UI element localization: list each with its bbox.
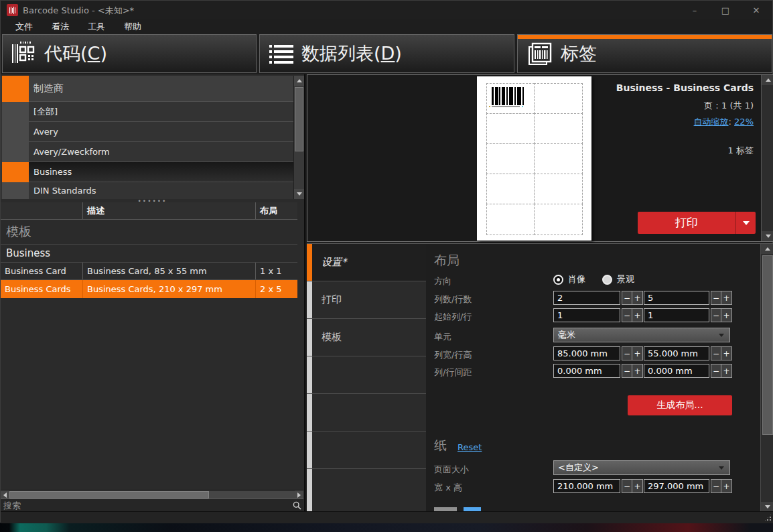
barcode-preview — [492, 87, 524, 105]
strip — [307, 469, 312, 512]
scrollbar-thumb[interactable] — [295, 87, 303, 151]
column-header-description[interactable]: 描述 — [83, 202, 256, 219]
increment-button[interactable]: + — [721, 308, 732, 322]
rows-stepper: 5 − + — [644, 291, 732, 305]
increment-button[interactable]: + — [721, 346, 732, 360]
start-row-input[interactable]: 1 — [644, 308, 709, 322]
increment-button[interactable]: + — [721, 479, 732, 493]
tab-code[interactable]: 代码(C) — [2, 34, 257, 73]
strip — [307, 431, 312, 468]
status-bar — [1, 511, 773, 523]
unit-dropdown[interactable]: 毫米 — [553, 328, 730, 342]
zoom-value-link[interactable]: 22% — [734, 117, 754, 127]
columns-input[interactable]: 2 — [553, 291, 620, 305]
paper-reset-link[interactable]: Reset — [458, 442, 482, 452]
print-dropdown-arrow[interactable] — [735, 212, 756, 234]
increment-button[interactable]: + — [632, 479, 643, 493]
portrait-label[interactable]: 肖像 — [568, 273, 585, 285]
landscape-radio[interactable] — [602, 275, 612, 285]
search-input[interactable] — [1, 501, 290, 511]
decrement-button[interactable]: − — [711, 364, 721, 378]
manufacturer-item-business-selected[interactable]: Business — [29, 162, 293, 182]
manufacturer-item-avery-zweckform[interactable]: Avery/Zweckform — [29, 142, 293, 162]
app-window: Barcode Studio - <未知>* – □ ✕ 文件 看法 工具 帮助 — [0, 0, 773, 523]
increment-button[interactable]: + — [632, 364, 643, 378]
scroll-up-icon[interactable] — [294, 76, 304, 86]
settings-tab-print[interactable]: 打印 — [307, 281, 426, 319]
decrement-button[interactable]: − — [622, 479, 632, 493]
gutter-selection-marker — [2, 162, 29, 182]
menu-file[interactable]: 文件 — [9, 19, 40, 34]
print-button-label[interactable]: 打印 — [638, 212, 735, 234]
column-header-layout[interactable]: 布局 — [256, 202, 297, 219]
horizontal-scrollbar[interactable] — [1, 490, 303, 498]
chevron-down-icon — [719, 334, 724, 337]
manufacturer-item-din[interactable]: DIN Standards — [29, 182, 293, 199]
column-header-name[interactable] — [1, 202, 83, 219]
menu-view[interactable]: 看法 — [45, 19, 76, 34]
landscape-label[interactable]: 景观 — [617, 273, 634, 285]
rows-input[interactable]: 5 — [644, 291, 709, 305]
resize-grip[interactable] — [764, 513, 772, 522]
cell-size-label: 列宽/行高 — [434, 349, 472, 361]
decrement-button[interactable]: − — [711, 479, 721, 493]
start-column-input[interactable]: 1 — [553, 308, 620, 322]
scrollbar-thumb[interactable] — [762, 255, 773, 435]
close-button[interactable]: ✕ — [744, 1, 768, 19]
scroll-down-icon[interactable] — [761, 502, 773, 512]
print-button[interactable]: 打印 — [638, 212, 756, 234]
cell-layout: 2 x 5 — [256, 280, 297, 298]
increment-button[interactable]: + — [632, 346, 643, 360]
decrement-button[interactable]: − — [622, 364, 632, 378]
menu-help[interactable]: 帮助 — [117, 19, 148, 34]
decrement-button[interactable]: − — [622, 308, 632, 322]
decrement-button[interactable]: − — [711, 346, 721, 360]
cell-width-input[interactable]: 85.000 mm — [553, 346, 620, 360]
increment-button[interactable]: + — [632, 291, 643, 305]
increment-button[interactable]: + — [632, 308, 643, 322]
settings-tab-setup[interactable]: 设置* — [307, 244, 426, 281]
scroll-down-icon[interactable] — [762, 231, 773, 241]
manufacturer-item-all[interactable]: [全部] — [29, 102, 293, 122]
columns-stepper: 2 − + — [553, 291, 643, 305]
search-icon[interactable] — [290, 501, 303, 510]
manufacturer-scrollbar[interactable] — [293, 76, 304, 199]
table-subgroup-business[interactable]: Business — [1, 245, 297, 263]
hscrollbar-thumb[interactable] — [9, 491, 209, 498]
settings-scrollbar[interactable] — [760, 244, 773, 512]
hscrollbar-segment — [209, 491, 295, 498]
label-settings-panel: 设置* 打印 模板 布局 方向 肖像 景观 列数/行数 2 − + — [307, 243, 773, 511]
column-gap-input[interactable]: 0.000 mm — [553, 364, 620, 378]
increment-button[interactable]: + — [721, 291, 732, 305]
page-width-input[interactable]: 210.000 mm — [553, 479, 620, 493]
manufacturer-item-avery[interactable]: Avery — [29, 122, 293, 142]
scroll-up-icon[interactable] — [761, 244, 773, 254]
table-row[interactable]: Business Card Business Card, 85 x 55 mm … — [1, 263, 297, 280]
page-size-dropdown[interactable]: <自定义> — [553, 460, 730, 475]
scroll-down-icon[interactable] — [294, 189, 304, 199]
autozoom-link[interactable]: 自动缩放 — [694, 117, 729, 127]
settings-tab-empty — [307, 469, 426, 512]
table-row-selected[interactable]: Business Cards Business Cards, 210 x 297… — [1, 280, 297, 298]
page-height-input[interactable]: 297.000 mm — [644, 479, 709, 493]
settings-tab-template[interactable]: 模板 — [307, 319, 426, 356]
maximize-button[interactable]: □ — [713, 1, 737, 19]
tab-datalist[interactable]: 数据列表(D) — [259, 34, 514, 73]
minimize-button[interactable]: – — [683, 1, 707, 19]
menu-tools[interactable]: 工具 — [81, 19, 112, 34]
menu-bar: 文件 看法 工具 帮助 — [1, 19, 772, 34]
decrement-button[interactable]: − — [711, 308, 721, 322]
label-cell — [534, 143, 583, 174]
decrement-button[interactable]: − — [622, 346, 632, 360]
decrement-button[interactable]: − — [622, 291, 632, 305]
tab-labels[interactable]: 标签 — [517, 34, 772, 73]
decrement-button[interactable]: − — [711, 291, 721, 305]
cell-height-input[interactable]: 55.000 mm — [644, 346, 709, 360]
row-gap-input[interactable]: 0.000 mm — [644, 364, 709, 378]
scroll-up-icon[interactable] — [762, 75, 773, 85]
generate-layout-button[interactable]: 生成布局... — [628, 395, 732, 415]
portrait-radio[interactable] — [553, 275, 563, 285]
preview-scrollbar[interactable] — [761, 75, 773, 241]
increment-button[interactable]: + — [721, 364, 732, 378]
table-group-templates[interactable]: 模板 — [1, 220, 297, 245]
